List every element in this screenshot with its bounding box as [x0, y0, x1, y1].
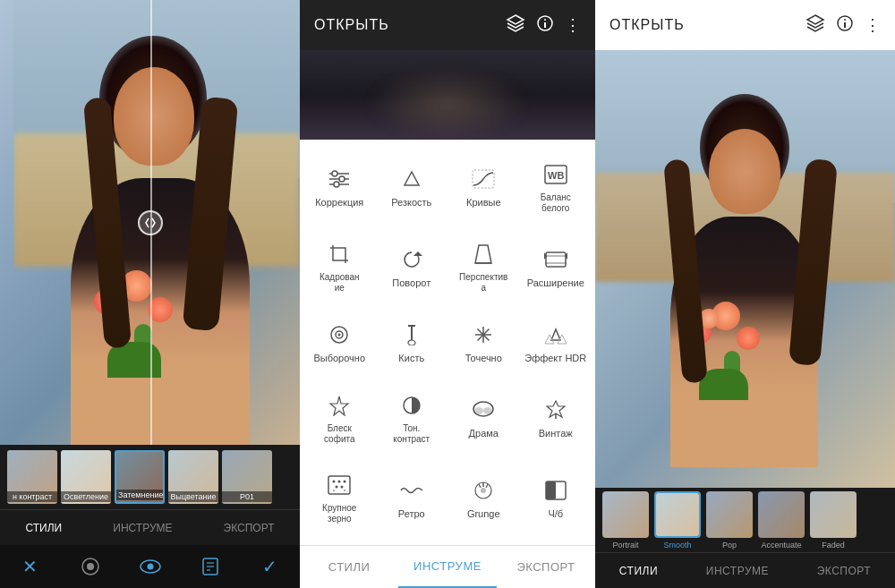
tool-crop[interactable]: Кадрование [303, 227, 376, 308]
left-photo-area [0, 0, 300, 445]
tool-grunge[interactable]: Grunge [448, 457, 520, 538]
book-icon [201, 557, 219, 576]
tool-expand[interactable]: Расширение [520, 227, 592, 308]
svg-line-60 [479, 484, 481, 488]
circle-action-button[interactable] [72, 549, 108, 584]
tonecontrast-label: Тон.контраст [393, 423, 430, 445]
left-tab-export[interactable]: ЭКСПОРТ [213, 518, 286, 538]
drama-icon [472, 396, 495, 424]
tool-bw[interactable]: Ч/б [520, 457, 592, 538]
film-item-p01[interactable]: P01 [222, 450, 272, 504]
spot-label: Точечно [465, 353, 502, 364]
svg-marker-18 [405, 172, 419, 185]
grain-icon [328, 471, 351, 499]
film-item-darken-label: Затемнение [116, 490, 163, 500]
right-header-icons: ⋮ [806, 13, 881, 37]
r-film-pop[interactable]: Pop [706, 491, 753, 550]
r-film-smooth-label: Smooth [663, 541, 691, 550]
left-photo-bg [0, 0, 300, 445]
bw-label: Ч/б [548, 508, 563, 520]
tonecontrast-icon [401, 391, 422, 420]
tool-hdr[interactable]: Эффект HDR [520, 307, 592, 378]
tool-rotate[interactable]: Поворот [376, 227, 448, 308]
split-handle[interactable] [138, 210, 163, 235]
tool-whitebalance[interactable]: WB Балансбелого [520, 147, 592, 227]
r-film-accentuate[interactable]: Accentuate [758, 491, 805, 550]
eye-button[interactable] [132, 549, 168, 584]
close-button[interactable]: ✕ [13, 549, 48, 584]
svg-marker-22 [413, 251, 422, 256]
tool-drama[interactable]: Драма [448, 378, 520, 458]
tool-selective[interactable]: Выборочно [303, 307, 376, 378]
tools-grid: Коррекция Резкость Кривые [300, 140, 595, 545]
r-tab-instrume[interactable]: ИНСТРУМЕ [695, 561, 780, 581]
tool-brush[interactable]: Кисть [376, 307, 448, 378]
r-tab-styli[interactable]: СТИЛИ [609, 561, 669, 581]
correction-icon [328, 165, 351, 193]
right-info-icon[interactable] [836, 14, 854, 36]
brush-label: Кисть [398, 353, 424, 364]
svg-rect-50 [328, 476, 350, 494]
middle-layers-icon[interactable] [506, 13, 525, 38]
tool-curves[interactable]: Кривые [448, 147, 520, 227]
split-handle-icon [144, 217, 157, 229]
mid-tab-instrume[interactable]: ИНСТРУМЕ [398, 546, 497, 588]
svg-point-57 [344, 490, 345, 491]
left-filmstrip: н контраст Осветление Затемнение Выцвета… [0, 445, 300, 509]
whitebalance-label: Балансбелого [541, 192, 571, 214]
tool-tonecontrast[interactable]: Тон.контраст [376, 378, 448, 458]
left-tab-styli[interactable]: СТИЛИ [15, 518, 73, 538]
mid-tab-export[interactable]: ЭКСПОРТ [497, 546, 595, 588]
tool-sharpness[interactable]: Резкость [376, 147, 448, 227]
hdr-label: Эффект HDR [524, 353, 586, 364]
middle-info-icon[interactable] [536, 14, 554, 37]
right-bottom-strip: Portrait Smooth Pop Accentuate [595, 488, 895, 588]
tool-retro[interactable]: Ретро [376, 457, 448, 538]
r-tab-export[interactable]: ЭКСПОРТ [806, 561, 882, 581]
film-item-fade-label: Выцветание [168, 491, 218, 502]
right-header: ОТКРЫТЬ ⋮ [595, 0, 895, 50]
right-layers-icon[interactable] [806, 13, 825, 37]
right-more-icon[interactable]: ⋮ [865, 15, 881, 35]
tool-perspective[interactable]: Перспектива [448, 227, 520, 308]
expand-label: Расширение [527, 277, 584, 289]
tool-vintage[interactable]: Винтаж [520, 378, 592, 458]
svg-point-11 [544, 19, 546, 21]
hdr-icon [544, 320, 567, 349]
right-header-title: ОТКРЫТЬ [609, 17, 685, 33]
right-filmstrip: Portrait Smooth Pop Accentuate [595, 488, 895, 552]
grain-label: Крупноезерно [322, 503, 356, 524]
r-film-faded[interactable]: Faded [810, 491, 857, 550]
film-item-fade[interactable]: Выцветание [168, 450, 218, 504]
mid-tab-styli[interactable]: СТИЛИ [300, 546, 398, 588]
book-button[interactable] [192, 549, 228, 584]
crop-icon [328, 240, 350, 268]
r-film-smooth[interactable]: Smooth [654, 491, 701, 550]
middle-more-icon[interactable]: ⋮ [565, 15, 581, 35]
left-tab-instrume[interactable]: ИНСТРУМЕ [102, 518, 183, 538]
film-item-darken[interactable]: Затемнение [115, 450, 165, 504]
svg-point-46 [474, 407, 483, 414]
middle-header-title: ОТКРЫТЬ [314, 17, 389, 33]
svg-rect-64 [546, 481, 556, 499]
svg-point-32 [338, 333, 341, 336]
right-photo-area [595, 50, 895, 488]
tool-grain[interactable]: Крупноезерно [303, 457, 376, 538]
r-film-pop-thumb [706, 491, 753, 538]
svg-marker-40 [551, 329, 560, 340]
curves-label: Кривые [466, 197, 501, 209]
r-film-portrait-thumb [602, 491, 649, 538]
expand-icon [544, 245, 567, 274]
film-item-contrast[interactable]: н контраст [7, 450, 57, 504]
svg-point-51 [333, 481, 336, 483]
tool-correction[interactable]: Коррекция [303, 147, 376, 227]
svg-point-34 [408, 340, 415, 345]
r-film-faded-thumb [810, 491, 857, 538]
film-item-lighten[interactable]: Осветление [61, 450, 111, 504]
check-button[interactable]: ✓ [252, 549, 288, 584]
middle-header-icons: ⋮ [506, 13, 581, 38]
tool-glamglow[interactable]: Блесксофита [303, 378, 376, 458]
whitebalance-icon: WB [544, 160, 567, 189]
r-film-portrait[interactable]: Portrait [602, 491, 649, 550]
tool-spot[interactable]: Точечно [448, 307, 520, 378]
